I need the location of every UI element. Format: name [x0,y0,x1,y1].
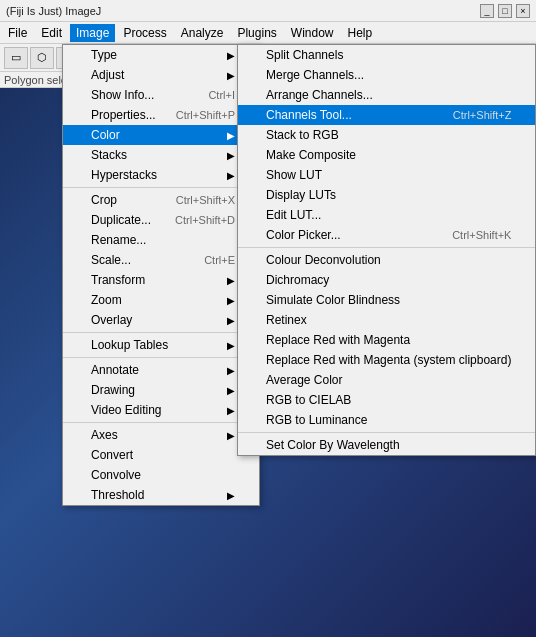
menu-bar: File Edit Image Process Analyze Plugins … [0,22,536,44]
image-menu-lookup-tables[interactable]: Lookup Tables ▶ [63,335,259,355]
color-rgb-to-luminance[interactable]: RGB to Luminance [238,410,535,430]
tool-btn-2[interactable]: ⬡ [30,47,54,69]
color-display-luts[interactable]: Display LUTs [238,185,535,205]
status-text: Polygon sele [4,74,67,86]
image-menu-threshold[interactable]: Threshold ▶ [63,485,259,505]
color-show-lut[interactable]: Show LUT [238,165,535,185]
image-menu-rename[interactable]: Rename... [63,230,259,250]
color-colour-deconvolution[interactable]: Colour Deconvolution [238,250,535,270]
color-dichromacy[interactable]: Dichromacy [238,270,535,290]
color-simulate-color-blindness[interactable]: Simulate Color Blindness [238,290,535,310]
color-merge-channels[interactable]: Merge Channels... [238,65,535,85]
image-menu-stacks[interactable]: Stacks ▶ [63,145,259,165]
color-make-composite[interactable]: Make Composite [238,145,535,165]
image-menu-adjust[interactable]: Adjust ▶ [63,65,259,85]
image-menu-color[interactable]: Color ▶ [63,125,259,145]
color-replace-red-magenta-clipboard[interactable]: Replace Red with Magenta (system clipboa… [238,350,535,370]
image-menu-transform[interactable]: Transform ▶ [63,270,259,290]
color-set-color-wavelength[interactable]: Set Color By Wavelength [238,435,535,455]
menu-window[interactable]: Window [285,24,340,42]
color-color-picker[interactable]: Color Picker... Ctrl+Shift+K [238,225,535,245]
menu-process[interactable]: Process [117,24,172,42]
color-separator-1 [238,247,535,248]
maximize-button[interactable]: □ [498,4,512,18]
menu-file[interactable]: File [2,24,33,42]
color-separator-2 [238,432,535,433]
color-edit-lut[interactable]: Edit LUT... [238,205,535,225]
image-menu-duplicate[interactable]: Duplicate... Ctrl+Shift+D [63,210,259,230]
color-channels-tool[interactable]: Channels Tool... Ctrl+Shift+Z [238,105,535,125]
minimize-button[interactable]: _ [480,4,494,18]
image-menu-convert[interactable]: Convert [63,445,259,465]
separator-2 [63,332,259,333]
window-controls[interactable]: _ □ × [480,4,530,18]
separator-1 [63,187,259,188]
image-menu-convolve[interactable]: Convolve [63,465,259,485]
color-replace-red-magenta[interactable]: Replace Red with Magenta [238,330,535,350]
image-menu-zoom[interactable]: Zoom ▶ [63,290,259,310]
image-menu-hyperstacks[interactable]: Hyperstacks ▶ [63,165,259,185]
image-menu-axes[interactable]: Axes ▶ [63,425,259,445]
image-menu-crop[interactable]: Crop Ctrl+Shift+X [63,190,259,210]
color-submenu: Split Channels Merge Channels... Arrange… [237,44,536,456]
image-dropdown-menu: Type ▶ Adjust ▶ Show Info... Ctrl+I Prop… [62,44,260,506]
close-button[interactable]: × [516,4,530,18]
image-menu-drawing[interactable]: Drawing ▶ [63,380,259,400]
tool-btn-1[interactable]: ▭ [4,47,28,69]
menu-plugins[interactable]: Plugins [231,24,282,42]
color-stack-to-rgb[interactable]: Stack to RGB [238,125,535,145]
color-arrange-channels[interactable]: Arrange Channels... [238,85,535,105]
color-retinex[interactable]: Retinex [238,310,535,330]
separator-4 [63,422,259,423]
color-split-channels[interactable]: Split Channels [238,45,535,65]
color-rgb-to-cielab[interactable]: RGB to CIELAB [238,390,535,410]
image-menu-properties[interactable]: Properties... Ctrl+Shift+P [63,105,259,125]
separator-3 [63,357,259,358]
image-menu-scale[interactable]: Scale... Ctrl+E [63,250,259,270]
window-title: (Fiji Is Just) ImageJ [6,5,101,17]
image-menu-overlay[interactable]: Overlay ▶ [63,310,259,330]
color-average-color[interactable]: Average Color [238,370,535,390]
title-bar: (Fiji Is Just) ImageJ _ □ × [0,0,536,22]
image-menu-type[interactable]: Type ▶ [63,45,259,65]
menu-edit[interactable]: Edit [35,24,68,42]
image-menu-annotate[interactable]: Annotate ▶ [63,360,259,380]
menu-image[interactable]: Image [70,24,115,42]
menu-analyze[interactable]: Analyze [175,24,230,42]
image-menu-show-info[interactable]: Show Info... Ctrl+I [63,85,259,105]
image-menu-video-editing[interactable]: Video Editing ▶ [63,400,259,420]
menu-help[interactable]: Help [342,24,379,42]
